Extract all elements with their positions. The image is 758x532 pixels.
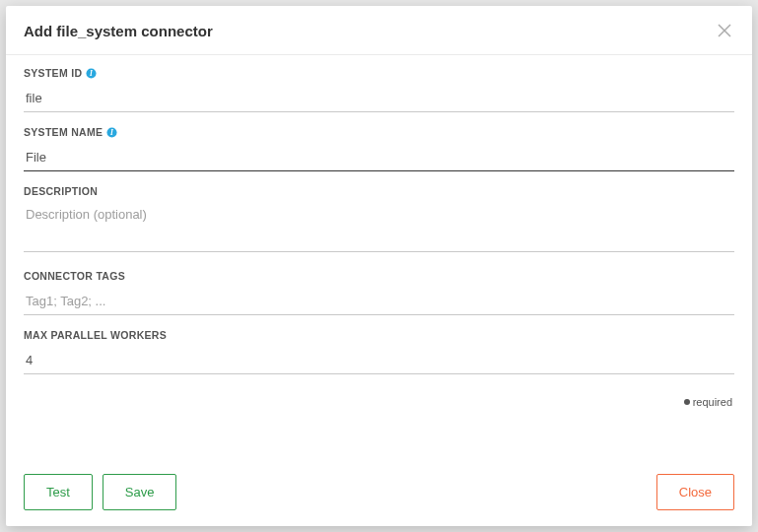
field-label: SYSTEM ID i (24, 67, 734, 79)
field-label: MAX PARALLEL WORKERS (24, 329, 734, 341)
modal-title: Add file_system connector (24, 23, 213, 39)
field-system-name: SYSTEM NAME i (24, 126, 734, 171)
close-icon[interactable] (715, 21, 734, 40)
close-button[interactable]: Close (656, 474, 734, 510)
label-text: MAX PARALLEL WORKERS (24, 329, 167, 341)
label-text: DESCRIPTION (24, 185, 98, 197)
system-id-input[interactable] (24, 85, 734, 112)
required-label: required (693, 396, 732, 408)
field-label: SYSTEM NAME i (24, 126, 734, 138)
max-parallel-workers-input[interactable] (24, 347, 734, 374)
field-label: DESCRIPTION (24, 185, 734, 197)
system-name-input[interactable] (24, 144, 734, 171)
add-connector-modal: Add file_system connector SYSTEM ID i SY… (6, 6, 752, 526)
modal-footer: Test Save Close (6, 464, 752, 526)
modal-body: SYSTEM ID i SYSTEM NAME i DESCRIPTION (6, 55, 752, 464)
required-dot-icon (684, 399, 690, 405)
required-note: required (24, 388, 734, 412)
info-icon[interactable]: i (86, 68, 97, 79)
label-text: CONNECTOR TAGS (24, 270, 125, 282)
description-input[interactable] (24, 203, 734, 252)
field-system-id: SYSTEM ID i (24, 67, 734, 112)
save-button[interactable]: Save (103, 474, 177, 510)
footer-left-buttons: Test Save (24, 474, 176, 510)
label-text: SYSTEM NAME (24, 126, 103, 138)
connector-tags-input[interactable] (24, 288, 734, 315)
test-button[interactable]: Test (24, 474, 93, 510)
field-connector-tags: CONNECTOR TAGS (24, 270, 734, 315)
field-max-parallel-workers: MAX PARALLEL WORKERS (24, 329, 734, 374)
field-description: DESCRIPTION (24, 185, 734, 256)
modal-header: Add file_system connector (6, 6, 752, 55)
info-icon[interactable]: i (106, 127, 117, 138)
field-label: CONNECTOR TAGS (24, 270, 734, 282)
label-text: SYSTEM ID (24, 67, 82, 79)
